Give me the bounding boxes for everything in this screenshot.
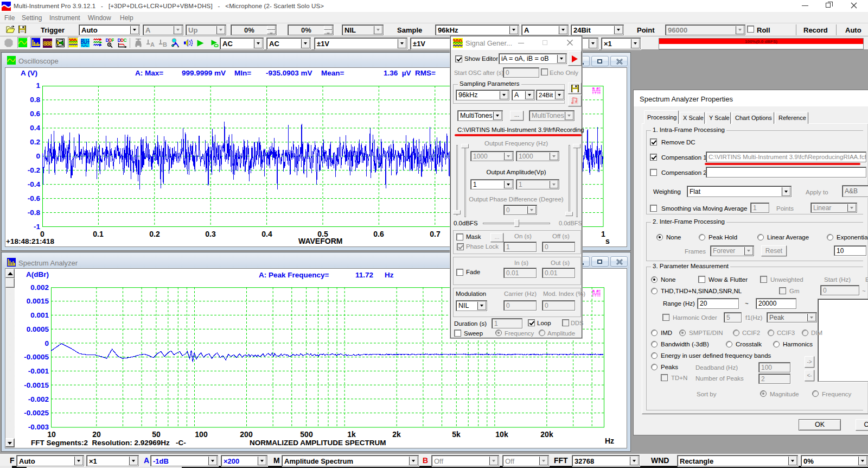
svg-text:C: C: [124, 38, 127, 43]
svg-text:A: A: [150, 41, 155, 47]
svg-text:P: P: [112, 38, 114, 43]
svg-text:B: B: [163, 41, 167, 47]
svg-text:888: 888: [43, 40, 52, 47]
